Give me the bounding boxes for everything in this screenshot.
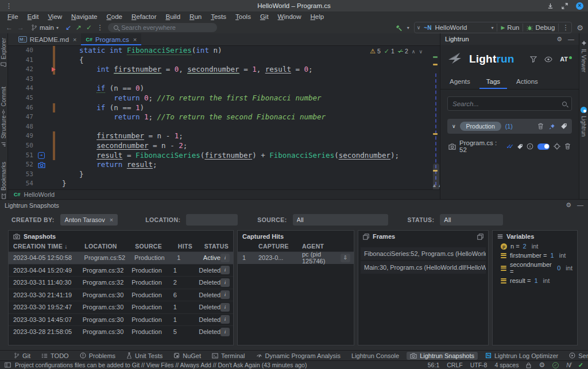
tab-readme[interactable]: M↓ README.md× <box>14 33 81 45</box>
highlighting-level-icon[interactable]: N̸ <box>566 362 571 368</box>
lightrun-snapshot-gutter-icon[interactable] <box>36 160 47 170</box>
status-4-spaces[interactable]: 4 spaces <box>494 362 519 368</box>
close-window-icon[interactable]: × <box>576 2 583 10</box>
code-line[interactable]: 51➜ result = FibonacciSeries(firstnumber… <box>8 151 440 161</box>
tag-icon[interactable] <box>517 143 523 150</box>
status-link[interactable]: Always Add <box>180 362 211 368</box>
column-source[interactable]: SOURCE <box>135 243 178 250</box>
menu-run[interactable]: Run <box>185 13 206 21</box>
toolwindow-todo[interactable]: TODO <box>38 352 72 360</box>
goto-source-target-icon[interactable] <box>554 143 560 150</box>
snapshot-row[interactable]: 2023-03-31 11:40:30Program.cs:32Producti… <box>9 276 233 289</box>
sidebar-item-bookmarks[interactable]: Bookmarks <box>1 162 7 199</box>
settings-gear-icon[interactable]: ⚙ <box>577 24 583 32</box>
tag-icon[interactable] <box>560 123 567 130</box>
column-hits[interactable]: HITS <box>178 243 204 250</box>
status-56-1[interactable]: 56:1 <box>428 362 439 368</box>
account-avatar[interactable]: AT <box>560 56 572 63</box>
inspection-highlight-icon[interactable]: ▲▲ <box>432 182 440 188</box>
toolwindow-nuget[interactable]: NuGet <box>170 352 204 360</box>
minimize-window-icon[interactable] <box>547 3 554 9</box>
info-button[interactable]: i <box>220 278 230 287</box>
menu-code[interactable]: Code <box>103 13 127 21</box>
menu-refactor[interactable]: Refactor <box>127 13 160 21</box>
line-number[interactable]: 50 <box>8 141 36 151</box>
status-link[interactable]: Don't Ask Again (43 minutes ago) <box>218 362 307 368</box>
snapshot-row[interactable]: 2023-04-04 15:20:49Program.cs:32Producti… <box>9 264 233 277</box>
status-input[interactable] <box>440 214 503 226</box>
frame-row[interactable]: Main:30, Program.cs (HelloWorld.dll!Hell… <box>361 261 486 274</box>
status-crlf[interactable]: CRLF <box>447 362 462 368</box>
code-line[interactable]: 43 <box>8 75 440 84</box>
inspections-widget[interactable]: ⚠ 5 ✓ 1 ✓ 2 ∧ ∨ <box>368 48 425 55</box>
source-input[interactable] <box>293 214 388 226</box>
tab-actions[interactable]: Actions <box>509 73 545 89</box>
menu-tools[interactable]: Tools <box>231 13 255 21</box>
next-problem-icon[interactable]: ∨ <box>419 49 423 55</box>
code-line[interactable]: 54} <box>8 179 440 189</box>
snapshot-entry-row[interactable]: Program.cs : 52 ✓✓ <box>447 139 572 153</box>
menu-help[interactable]: Help <box>307 13 328 21</box>
tab-agents[interactable]: Agents <box>443 73 477 89</box>
line-number[interactable]: 45 <box>8 94 36 103</box>
delete-tag-icon[interactable] <box>537 123 544 130</box>
sidebar-item-commit[interactable]: Commit <box>1 87 7 115</box>
vcs-more-icon[interactable]: ⋮ <box>96 24 103 32</box>
run-more-icon[interactable]: ⋮ <box>562 24 569 32</box>
toolwindow-lightrun-log-optimizer[interactable]: Lightrun Log Optimizer <box>482 352 562 360</box>
menu-file[interactable]: File <box>3 13 22 21</box>
tab-tags[interactable]: Tags <box>479 73 507 89</box>
snapshot-row[interactable]: 2023-04-05 12:50:58Program.cs:52Producti… <box>9 251 233 264</box>
run-widget-chevron-icon[interactable]: ∨ <box>417 25 421 30</box>
lock-icon[interactable] <box>526 362 531 368</box>
close-tab-icon[interactable]: × <box>133 36 137 43</box>
line-number[interactable]: 43 <box>8 75 36 84</box>
code-line[interactable]: 49 firstnumber = n - 1; <box>8 131 440 141</box>
toolwindow-git[interactable]: Git <box>10 352 34 360</box>
column-status[interactable]: STATUS <box>204 243 229 250</box>
line-number[interactable]: 53 <box>8 170 36 180</box>
eye-icon[interactable] <box>544 56 552 63</box>
update-project-icon[interactable]: ↙ <box>65 24 71 32</box>
info-button[interactable]: i <box>220 254 230 262</box>
panel-minimize-icon[interactable]: — <box>568 36 574 43</box>
run-configuration-dropdown-icon[interactable]: ▾ <box>491 25 493 30</box>
panel-settings-gear-icon[interactable]: ⚙ <box>556 36 562 43</box>
menu-navigate[interactable]: Navigate <box>67 13 101 21</box>
search-everywhere-input[interactable]: Search everywhere <box>108 23 217 32</box>
snapshot-row[interactable]: 2023-03-30 14:45:07Program.cs:30Producti… <box>9 313 233 326</box>
menu-view[interactable]: View <box>44 13 66 21</box>
snapshot-row[interactable]: 2023-03-30 19:52:47Program.cs:30Producti… <box>9 301 233 313</box>
sidebar-item-structure[interactable]: Structure <box>1 115 7 147</box>
sidebar-item-il-viewer[interactable]: IL Viewer <box>581 40 587 72</box>
line-number[interactable]: 42 <box>8 65 36 75</box>
menu-git[interactable]: Git <box>256 13 273 21</box>
panel-minimize-icon[interactable]: — <box>577 201 583 209</box>
toolwindow-problems[interactable]: Problems <box>76 352 119 360</box>
line-number[interactable]: 40 <box>8 46 36 56</box>
analysis-ok-icon[interactable]: ✓ <box>552 362 559 368</box>
delete-snapshot-icon[interactable] <box>564 143 571 150</box>
info-button[interactable]: i <box>220 266 230 274</box>
toolwindow-lightrun-snapshots[interactable]: Lightrun Snapshots <box>407 352 478 360</box>
maximize-window-icon[interactable] <box>562 3 568 9</box>
breadcrumb-item[interactable]: HelloWorld <box>24 191 55 198</box>
agent-column[interactable]: AGENT <box>302 243 349 250</box>
menu-build[interactable]: Build <box>162 13 185 21</box>
editor-error-stripe[interactable]: ▲▲ <box>432 46 440 189</box>
created-by-chip[interactable]: Anton Tarasov× <box>60 214 118 226</box>
captured-hit-row[interactable]: 12023-0...pc (pid 125746)⇩ <box>238 251 354 264</box>
variable-row[interactable]: result = 1 int <box>493 276 577 285</box>
line-number[interactable]: 41 <box>8 56 36 65</box>
toolwindow-unit-tests[interactable]: Unit Tests <box>123 352 166 360</box>
menu-edit[interactable]: Edit <box>24 13 43 21</box>
copy-icon[interactable] <box>477 234 483 240</box>
info-button[interactable]: i <box>220 290 230 299</box>
snapshot-row[interactable]: 2023-03-30 21:41:19Program.cs:30Producti… <box>9 289 233 301</box>
remove-filter-icon[interactable]: × <box>110 216 113 223</box>
snapshot-row[interactable]: 2023-03-28 21:58:05Program.cs:30Producti… <box>9 325 233 338</box>
build-ok-icon[interactable]: ✓ <box>578 362 583 369</box>
lightrun-log-gutter-icon[interactable]: ➜ <box>36 151 47 161</box>
frame-row[interactable]: FibonacciSeries:52, Program.cs (HelloWor… <box>361 247 486 260</box>
info-button[interactable]: i <box>220 328 230 336</box>
